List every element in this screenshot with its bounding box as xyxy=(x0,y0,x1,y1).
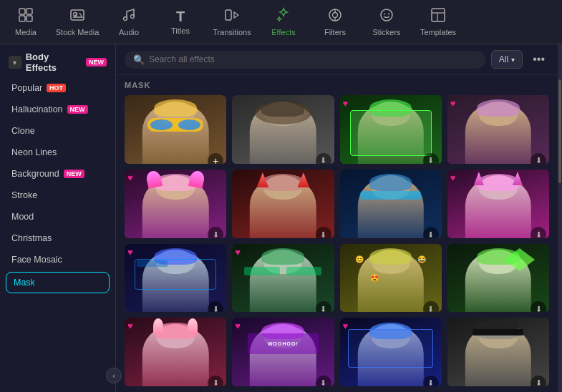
effect-thumb: ♥⬇ xyxy=(447,170,549,238)
sidebar-item-mood[interactable]: Mood xyxy=(0,206,115,227)
effect-card-xx-green-light[interactable]: ♥⬇ X X Green Light xyxy=(340,95,442,164)
svg-rect-8 xyxy=(226,10,231,20)
nav-audio-label: Audio xyxy=(119,28,139,36)
nav-effects-label: Effects xyxy=(271,28,295,36)
download-icon[interactable]: ⬇ xyxy=(530,153,546,164)
chevron-down-icon: ▾ xyxy=(511,56,515,64)
collapse-button[interactable]: ▾ xyxy=(9,56,21,69)
nav-effects[interactable]: Effects xyxy=(258,4,309,39)
effect-thumb: ♥⬇ xyxy=(125,318,226,386)
background-new-badge: NEW xyxy=(64,170,84,178)
effect-card-neon-horns[interactable]: ♥⬇ Neon Horns xyxy=(125,170,226,238)
effect-card-dj[interactable]: ⬇ DJ xyxy=(340,170,442,238)
nav-stickers[interactable]: Stickers xyxy=(361,4,412,39)
nav-filters[interactable]: Filters xyxy=(309,4,361,39)
download-icon[interactable]: ⬇ xyxy=(208,301,223,312)
stickers-icon xyxy=(379,7,394,25)
svg-point-15 xyxy=(388,14,389,15)
download-icon[interactable]: ⬇ xyxy=(423,227,439,237)
sidebar-item-christmas[interactable]: Christmas xyxy=(0,227,115,249)
sidebar-collapse-arrow[interactable]: ‹ xyxy=(106,368,122,383)
filter-label: All xyxy=(499,54,508,64)
nav-titles[interactable]: T Titles xyxy=(155,6,206,38)
nav-templates[interactable]: Templates xyxy=(412,4,464,39)
effect-thumb: ⬇ xyxy=(340,170,442,238)
sidebar-item-background-label: Background xyxy=(11,169,59,179)
effect-thumb: ♥⬇ xyxy=(340,95,442,164)
sidebar-item-stroke-label: Stroke xyxy=(11,190,37,200)
sidebar-item-face-mosaic-label: Face Mosaic xyxy=(11,255,62,265)
effect-card-neon-bunny[interactable]: ♥⬇ Neon Bunny xyxy=(125,318,226,386)
nav-media[interactable]: Media xyxy=(0,4,52,39)
sidebar-new-badge: NEW xyxy=(86,58,107,67)
effect-card-woohoo[interactable]: WOOHOO! ♥⬇ WooHoo xyxy=(232,318,334,386)
search-bar: 🔍 All ▾ ••• xyxy=(116,44,558,75)
effect-thumb: ♥⬇ xyxy=(125,170,226,238)
effect-card-koala[interactable]: ⬇ Koala xyxy=(232,95,334,164)
effect-card-devil-horns[interactable]: ⬇ Devil Horns xyxy=(232,170,334,238)
favorite-icon: ♥ xyxy=(450,172,456,183)
effect-card-sunglasses[interactable]: + Sunglasses xyxy=(125,95,226,164)
svg-rect-0 xyxy=(19,9,25,14)
effect-card-pink-devil[interactable]: ♥⬇ Pink Devil xyxy=(447,170,549,238)
effect-thumb: ♥⬇ xyxy=(125,244,226,313)
download-icon[interactable]: ⬇ xyxy=(208,227,223,237)
download-icon[interactable]: ⬇ xyxy=(316,376,331,386)
scrollbar-track[interactable] xyxy=(558,44,562,392)
sidebar-title: Body Effects xyxy=(26,52,82,73)
download-icon[interactable]: ⬇ xyxy=(208,376,223,386)
transitions-icon xyxy=(224,7,240,25)
more-options-button[interactable]: ••• xyxy=(528,52,549,67)
effect-thumb: WOOHOO! ♥⬇ xyxy=(232,318,334,386)
effect-card-eyes[interactable]: ♥⬇ Eyes xyxy=(447,95,549,164)
download-icon[interactable]: ⬇ xyxy=(530,301,546,312)
sidebar-item-popular[interactable]: Popular HOT xyxy=(0,77,115,99)
sidebar-item-mood-label: Mood xyxy=(11,212,34,222)
effect-card-emojis[interactable]: 😊 😂 😍 ⬇ Emojis xyxy=(340,244,442,313)
sidebar-item-neon-lines[interactable]: Neon Lines xyxy=(0,142,115,163)
effects-grid: + Sunglasses ⬇ Koala ♥⬇ X X Green xyxy=(116,92,558,392)
sidebar-item-popular-label: Popular xyxy=(11,83,42,93)
nav-audio[interactable]: Audio xyxy=(103,4,155,39)
download-icon[interactable]: ⬇ xyxy=(530,227,546,237)
sidebar-item-hallucination[interactable]: Hallucination NEW xyxy=(0,99,115,120)
effect-thumb: ⬇ xyxy=(232,95,334,164)
download-icon[interactable]: ⬇ xyxy=(316,301,331,312)
effect-card-hud-mask[interactable]: ♥⬇ Hud Mask xyxy=(125,244,226,313)
sidebar-item-neon-lines-label: Neon Lines xyxy=(11,147,57,157)
templates-icon xyxy=(430,7,446,25)
search-input[interactable] xyxy=(149,54,477,64)
nav-filters-label: Filters xyxy=(324,28,346,36)
favorite-icon: ♥ xyxy=(450,98,456,109)
effect-card-hud-mask-blue[interactable]: ♥⬇ Hud Mask Blue xyxy=(340,318,442,386)
sidebar-item-clone-label: Clone xyxy=(11,126,35,136)
svg-rect-1 xyxy=(26,9,32,14)
download-icon[interactable]: ⬇ xyxy=(423,301,439,312)
nav-transitions[interactable]: Transitions xyxy=(206,4,258,39)
effects-icon xyxy=(276,7,291,25)
sidebar-item-mask[interactable]: Mask xyxy=(6,272,110,293)
download-icon[interactable]: ⬇ xyxy=(316,153,331,164)
content-area: 🔍 All ▾ ••• MASK + xyxy=(116,44,558,392)
filter-button[interactable]: All ▾ xyxy=(491,50,523,69)
effect-card-hud-glasses[interactable]: ♥⬇ Hud Glasses xyxy=(232,244,334,313)
download-icon[interactable]: ⬇ xyxy=(530,376,546,386)
download-icon[interactable]: ⬇ xyxy=(423,376,439,386)
nav-stock-media[interactable]: Stock Media xyxy=(52,4,103,39)
add-icon[interactable]: + xyxy=(208,153,223,164)
hallucination-new-badge: NEW xyxy=(67,105,88,114)
search-input-wrap[interactable]: 🔍 xyxy=(125,51,485,69)
favorite-icon: ♥ xyxy=(235,320,241,331)
scrollbar-thumb xyxy=(558,79,561,184)
sidebar-item-face-mosaic[interactable]: Face Mosaic xyxy=(0,249,115,270)
sidebar-item-clone[interactable]: Clone xyxy=(0,120,115,142)
effect-card-fairy[interactable]: ⬇ Fairy xyxy=(447,244,549,313)
download-icon[interactable]: ⬇ xyxy=(316,227,331,237)
favorite-icon: ♥ xyxy=(127,247,133,258)
sidebar-item-stroke[interactable]: Stroke xyxy=(0,185,115,206)
download-icon[interactable]: ⬇ xyxy=(423,153,439,164)
sidebar-item-background[interactable]: Background NEW xyxy=(0,163,115,185)
svg-point-13 xyxy=(381,9,392,21)
effect-card-gentleman[interactable]: ⬇ Gentleman xyxy=(447,318,549,386)
titles-icon: T xyxy=(176,9,185,24)
